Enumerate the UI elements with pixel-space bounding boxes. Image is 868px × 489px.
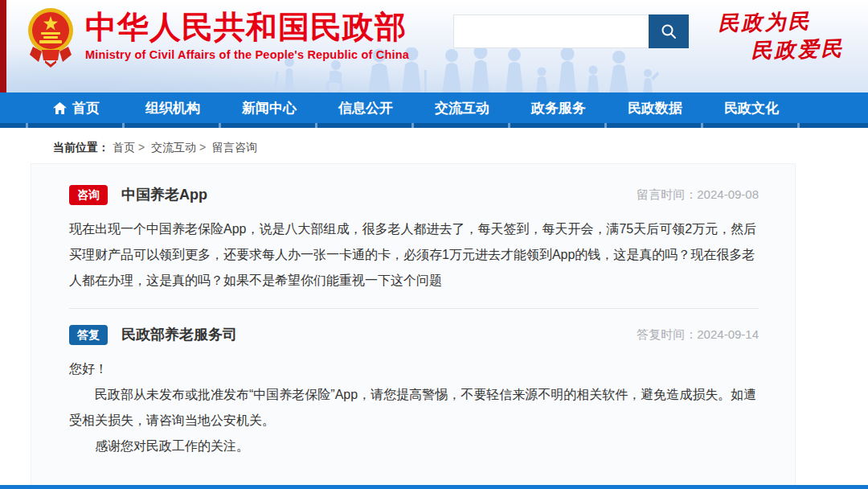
breadcrumb-separator: > bbox=[138, 141, 145, 154]
answer-paragraph-1: 民政部从未发布或批准发布“中国养老保险”App，请您提高警惕，不要轻信来源不明的… bbox=[69, 382, 759, 434]
nav-item-label: 民政数据 bbox=[628, 99, 682, 117]
nav-item-interaction[interactable]: 交流互动 bbox=[414, 92, 510, 123]
nav-item-label: 新闻中心 bbox=[242, 99, 297, 117]
question-answer-divider bbox=[69, 308, 759, 309]
search-button[interactable] bbox=[649, 14, 689, 48]
slogan-line2: 民政爱民 bbox=[751, 36, 845, 64]
nav-item-label: 组织机构 bbox=[145, 99, 200, 117]
answer-header: 答复 民政部养老服务司 答复时间：2024-09-14 bbox=[69, 325, 759, 345]
answer-badge: 答复 bbox=[69, 325, 108, 345]
nav-item-label: 信息公开 bbox=[338, 99, 393, 117]
nav-item-culture[interactable]: 民政文化 bbox=[703, 92, 800, 123]
nav-item-label: 政务服务 bbox=[531, 99, 586, 117]
question-time: 留言时间：2024-09-08 bbox=[637, 187, 759, 203]
answer-greeting: 您好！ bbox=[69, 356, 759, 382]
main-nav: 首页 组织机构 新闻中心 信息公开 交流互动 政务服务 民政数据 民政文化 bbox=[0, 92, 868, 128]
question-title: 中国养老App bbox=[121, 185, 207, 204]
site-title: 中华人民共和国民政部 bbox=[85, 10, 409, 46]
search-bar bbox=[453, 14, 689, 48]
nav-item-info-disclosure[interactable]: 信息公开 bbox=[317, 92, 414, 123]
site-subtitle: Ministry of Civil Affairs of the People'… bbox=[85, 48, 409, 61]
search-input[interactable] bbox=[453, 14, 649, 48]
question-body: 现在出现一个中国养老保险App，说是八大部组成，很多老人都进去了，每天签到，每天… bbox=[69, 216, 759, 294]
message-detail-card: 咨询 中国养老App 留言时间：2024-09-08 现在出现一个中国养老保险A… bbox=[31, 163, 796, 487]
site-brand: 中华人民共和国民政部 Ministry of Civil Affairs of … bbox=[26, 6, 409, 71]
nav-item-label: 首页 bbox=[72, 99, 100, 117]
nav-bottom-strip bbox=[0, 123, 868, 128]
breadcrumb-separator: > bbox=[199, 141, 206, 154]
site-header: 中华人民共和国民政部 Ministry of Civil Affairs of … bbox=[0, 0, 868, 92]
breadcrumb-label: 当前位置： bbox=[53, 141, 109, 154]
answer-title: 民政部养老服务司 bbox=[121, 325, 237, 344]
question-header: 咨询 中国养老App 留言时间：2024-09-08 bbox=[69, 185, 759, 205]
answer-time: 答复时间：2024-09-14 bbox=[637, 327, 759, 343]
breadcrumb-link-interaction[interactable]: 交流互动 bbox=[151, 141, 196, 154]
question-text: 现在出现一个中国养老保险App，说是八大部组成，很多老人都进去了，每天签到，每天… bbox=[69, 216, 759, 294]
breadcrumb-link-home[interactable]: 首页 bbox=[113, 141, 135, 154]
nav-item-services[interactable]: 政务服务 bbox=[510, 92, 607, 123]
answer-body: 您好！ 民政部从未发布或批准发布“中国养老保险”App，请您提高警惕，不要轻信来… bbox=[69, 356, 759, 459]
nav-item-home[interactable]: 首页 bbox=[28, 92, 125, 123]
answer-time-value: 2024-09-14 bbox=[697, 327, 759, 341]
home-icon bbox=[53, 102, 67, 114]
nav-item-data[interactable]: 民政数据 bbox=[607, 92, 703, 123]
slogan-calligraphy: 民政为民 民政爱民 bbox=[718, 8, 845, 64]
nav-item-label: 民政文化 bbox=[724, 99, 779, 117]
search-icon bbox=[660, 23, 678, 40]
question-badge: 咨询 bbox=[69, 185, 108, 205]
nav-item-organization[interactable]: 组织机构 bbox=[125, 92, 221, 123]
breadcrumb-link-message-consult[interactable]: 留言咨询 bbox=[212, 141, 257, 154]
slogan-line1: 民政为民 bbox=[718, 8, 844, 36]
nav-item-news[interactable]: 新闻中心 bbox=[221, 92, 317, 123]
question-time-value: 2024-09-08 bbox=[697, 187, 759, 201]
left-red-edge-decoration bbox=[0, 0, 6, 92]
answer-time-label: 答复时间： bbox=[637, 327, 697, 341]
national-emblem-logo bbox=[26, 6, 76, 71]
page-bottom-strip bbox=[0, 485, 868, 489]
answer-paragraph-2: 感谢您对民政工作的关注。 bbox=[69, 434, 759, 459]
question-time-label: 留言时间： bbox=[637, 187, 697, 201]
nav-item-label: 交流互动 bbox=[435, 99, 489, 117]
breadcrumb: 当前位置： 首页> 交流互动> 留言咨询 bbox=[0, 128, 868, 163]
